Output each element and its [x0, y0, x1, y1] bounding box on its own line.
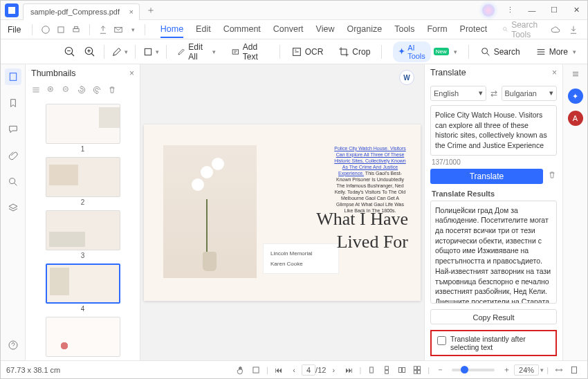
thumb-rotate-right-icon[interactable]	[92, 85, 102, 97]
page-photo	[163, 145, 257, 278]
result-text-box[interactable]: Полицейски град Дом за наблюдение. Посет…	[430, 201, 557, 304]
select-icon[interactable]	[143, 44, 159, 60]
hand-tool-icon[interactable]	[235, 364, 247, 376]
close-window-icon[interactable]: ✕	[565, 1, 587, 20]
next-page-icon[interactable]: ›	[327, 364, 340, 376]
zoom-value[interactable]: 24%	[514, 364, 539, 376]
thumbnail-5[interactable]	[46, 317, 120, 357]
page-canvas[interactable]: W Lincoln Memorial Karen Cooke Police Ci…	[140, 64, 424, 360]
fit-page-icon[interactable]	[568, 364, 580, 376]
rail-search-icon[interactable]	[5, 174, 21, 190]
menu-home[interactable]: Home	[160, 21, 183, 38]
rail-bookmarks-icon[interactable]	[5, 95, 21, 111]
ocr-button[interactable]: OCR	[287, 44, 328, 60]
mail-icon[interactable]	[113, 24, 123, 35]
thumbnail-1[interactable]: 1	[46, 104, 120, 153]
highlighter-icon[interactable]	[111, 44, 128, 60]
rightrail-ai-icon[interactable]: ✦	[568, 89, 583, 104]
zoom-slider[interactable]	[452, 369, 495, 371]
zoom-out-icon[interactable]	[63, 44, 76, 60]
thumb-delete-icon[interactable]	[107, 85, 117, 97]
rail-thumbnails-icon[interactable]	[5, 68, 21, 85]
ai-tools-button[interactable]: ✦AI Tools New	[389, 39, 461, 65]
target-language-select[interactable]: Bulgarian▾	[502, 86, 558, 101]
tab-title: sample-pdf_Compress.pdf	[30, 8, 120, 16]
svg-rect-3	[75, 26, 78, 28]
thumb-list-icon[interactable]	[31, 85, 41, 97]
menu-view[interactable]: View	[316, 21, 335, 38]
more-button[interactable]: More	[531, 44, 580, 60]
zoom-in-status-icon[interactable]: ＋	[500, 364, 513, 376]
menu-organize[interactable]: Organize	[347, 21, 382, 38]
svg-rect-26	[418, 370, 421, 373]
thumb-zoomin-icon[interactable]	[46, 85, 56, 97]
menu-tools[interactable]: Tools	[394, 21, 414, 38]
rightrail-pdf-icon[interactable]: A	[568, 111, 583, 126]
svg-rect-24	[418, 366, 421, 369]
minimize-icon[interactable]: ―	[521, 1, 543, 20]
assistant-orb-icon[interactable]	[482, 4, 495, 17]
thumbnail-2[interactable]: 2	[46, 157, 120, 206]
document-tab[interactable]: sample-pdf_Compress.pdf ×	[23, 3, 140, 20]
source-text-box[interactable]: Police City Watch House. Visitors can ex…	[430, 105, 557, 156]
svg-point-5	[504, 28, 506, 30]
view-facing-icon[interactable]	[396, 364, 408, 376]
zoom-out-status-icon[interactable]: －	[434, 364, 446, 376]
file-menu[interactable]: File	[5, 25, 24, 35]
thumb-rotate-left-icon[interactable]	[77, 85, 86, 97]
edit-all-button[interactable]: Edit All	[173, 39, 220, 64]
menu-edit[interactable]: Edit	[196, 21, 211, 38]
share-icon[interactable]	[98, 24, 108, 35]
view-single-icon[interactable]	[365, 364, 378, 376]
tab-close-icon[interactable]: ×	[129, 8, 134, 16]
word-export-icon[interactable]: W	[399, 70, 414, 85]
thumbnail-4[interactable]: 4	[46, 264, 120, 313]
copy-result-button[interactable]: Copy Result	[430, 309, 557, 324]
download-icon[interactable]	[568, 24, 579, 35]
translate-close-icon[interactable]: ×	[552, 68, 557, 77]
thumbnail-3[interactable]: 3	[46, 210, 120, 259]
page-number[interactable]: 4	[302, 364, 315, 376]
menu-comment[interactable]: Comment	[223, 21, 261, 38]
svg-point-13	[9, 178, 15, 184]
first-page-icon[interactable]: ⏮	[273, 364, 285, 376]
last-page-icon[interactable]: ⏭	[342, 364, 355, 376]
kebab-menu-icon[interactable]: ⋮	[499, 1, 521, 20]
search-tools-input[interactable]: Search Tools	[502, 20, 544, 39]
zoom-in-icon[interactable]	[83, 44, 96, 60]
rail-comments-icon[interactable]	[5, 121, 21, 138]
translate-instantly-checkbox[interactable]: Translate instantly after selecting text	[430, 330, 557, 356]
page-view: Lincoln Memorial Karen Cooke Police City…	[144, 124, 421, 301]
translate-button[interactable]: Translate	[430, 169, 543, 184]
new-tab-button[interactable]: ＋	[144, 3, 158, 17]
cloud-icon[interactable]	[550, 24, 561, 35]
view-facing-cont-icon[interactable]	[411, 364, 423, 376]
menu-convert[interactable]: Convert	[273, 21, 304, 38]
add-text-button[interactable]: Add Text	[227, 39, 273, 64]
maximize-icon[interactable]: ☐	[543, 1, 565, 20]
rightrail-settings-icon[interactable]	[570, 68, 581, 82]
rail-help-icon[interactable]	[5, 337, 21, 353]
thumbnails-close-icon[interactable]: ×	[129, 68, 134, 78]
clear-icon[interactable]	[547, 170, 557, 182]
search-tools-placeholder: Search Tools	[511, 20, 544, 39]
save-icon[interactable]	[56, 24, 66, 35]
crop-button[interactable]: Crop	[334, 44, 374, 60]
rail-attachments-icon[interactable]	[5, 147, 21, 164]
mail-chevron-icon[interactable]	[129, 24, 136, 35]
menu-form[interactable]: Form	[427, 21, 447, 38]
open-icon[interactable]	[41, 24, 50, 35]
menu-protect[interactable]: Protect	[460, 21, 488, 38]
read-mode-icon[interactable]	[250, 364, 262, 376]
translate-instantly-input[interactable]	[437, 336, 446, 345]
search-button[interactable]: Search	[476, 44, 524, 60]
swap-languages-icon[interactable]: ⇄	[490, 89, 497, 98]
source-language-select[interactable]: English▾	[430, 86, 486, 101]
thumb-zoomout-icon[interactable]	[62, 85, 71, 97]
fit-width-icon[interactable]	[553, 364, 565, 376]
print-icon[interactable]	[71, 24, 81, 35]
new-badge: New	[434, 48, 449, 55]
prev-page-icon[interactable]: ‹	[288, 364, 300, 376]
view-continuous-icon[interactable]	[380, 364, 393, 376]
rail-layers-icon[interactable]	[5, 200, 21, 216]
